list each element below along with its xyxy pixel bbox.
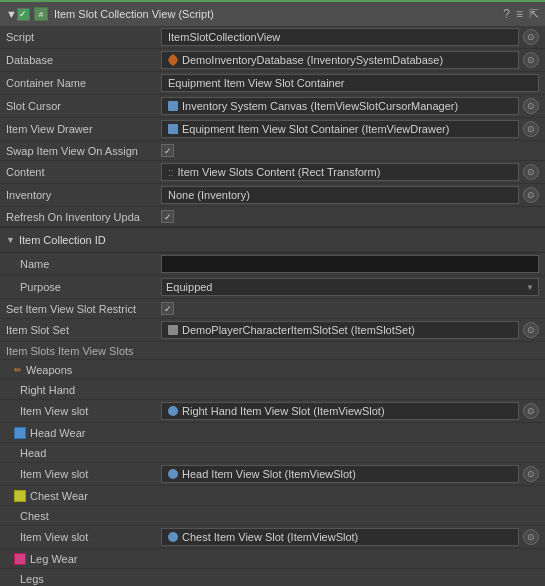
slot-cursor-row: Slot Cursor Inventory System Canvas (Ite… bbox=[0, 95, 545, 118]
purpose-select[interactable]: Equipped ▼ bbox=[161, 278, 539, 296]
legs-color-swatch bbox=[14, 553, 26, 565]
inventory-box[interactable]: None (Inventory) bbox=[161, 186, 519, 204]
purpose-label: Purpose bbox=[6, 281, 161, 293]
cursor-icon bbox=[168, 101, 178, 111]
right-hand-slot-btn[interactable]: ⊙ bbox=[523, 403, 539, 419]
set-item-view-value: ✓ bbox=[161, 302, 539, 315]
head-item-view-label: Item View slot bbox=[6, 468, 161, 480]
right-hand-item-view-text: Right Hand Item View Slot (ItemViewSlot) bbox=[182, 405, 385, 417]
head-item-view-box[interactable]: Head Item View Slot (ItemViewSlot) bbox=[161, 465, 519, 483]
item-slot-set-box[interactable]: DemoPlayerCharacterItemSlotSet (ItemSlot… bbox=[161, 321, 519, 339]
slot-cursor-box[interactable]: Inventory System Canvas (ItemViewSlotCur… bbox=[161, 97, 519, 115]
database-label: Database bbox=[6, 54, 161, 66]
script-select-btn[interactable]: ⊙ bbox=[523, 29, 539, 45]
swap-item-row: Swap Item View On Assign ✓ bbox=[0, 141, 545, 161]
swap-item-label: Swap Item View On Assign bbox=[6, 145, 161, 157]
right-hand-label-row: Right Hand bbox=[0, 380, 545, 400]
item-slot-set-row: Item Slot Set DemoPlayerCharacterItemSlo… bbox=[0, 319, 545, 342]
legs-label-row: Legs bbox=[0, 569, 545, 586]
chest-color-swatch bbox=[14, 490, 26, 502]
head-slot-icon bbox=[168, 469, 178, 479]
purpose-value: Equipped ▼ bbox=[161, 278, 539, 296]
script-text: ItemSlotCollectionView bbox=[168, 31, 280, 43]
refresh-row: Refresh On Inventory Upda ✓ bbox=[0, 207, 545, 227]
right-hand-name: Weapons bbox=[26, 364, 72, 376]
set-item-view-label: Set Item View Slot Restrict bbox=[6, 303, 161, 315]
inventory-select-btn[interactable]: ⊙ bbox=[523, 187, 539, 203]
database-value: DemoInventoryDatabase (InventorySystemDa… bbox=[161, 51, 539, 69]
inventory-text: None (Inventory) bbox=[168, 189, 250, 201]
content-text: Item View Slots Content (Rect Transform) bbox=[178, 166, 381, 178]
script-value-box[interactable]: ItemSlotCollectionView bbox=[161, 28, 519, 46]
item-view-drawer-text: Equipment Item View Slot Container (Item… bbox=[182, 123, 449, 135]
swap-item-checkbox[interactable]: ✓ bbox=[161, 144, 174, 157]
refresh-checkbox[interactable]: ✓ bbox=[161, 210, 174, 223]
chest-slot-btn[interactable]: ⊙ bbox=[523, 529, 539, 545]
item-view-drawer-label: Item View Drawer bbox=[6, 123, 161, 135]
inventory-row: Inventory None (Inventory) ⊙ bbox=[0, 184, 545, 207]
script-icon: # bbox=[34, 7, 48, 21]
content-select-btn[interactable]: ⊙ bbox=[523, 164, 539, 180]
expand-icon[interactable]: ⇱ bbox=[529, 7, 539, 21]
head-group-header: Head Wear bbox=[0, 423, 545, 443]
right-hand-item-view-value: Right Hand Item View Slot (ItemViewSlot)… bbox=[161, 402, 539, 420]
item-collection-id-header[interactable]: ▼ Item Collection ID bbox=[0, 227, 545, 253]
slot-cursor-value: Inventory System Canvas (ItemViewSlotCur… bbox=[161, 97, 539, 115]
container-name-label: Container Name bbox=[6, 77, 161, 89]
head-label: Head bbox=[6, 447, 161, 459]
help-icon[interactable]: ? bbox=[503, 7, 510, 21]
dots-icon: :: bbox=[168, 167, 174, 178]
drawer-select-btn[interactable]: ⊙ bbox=[523, 121, 539, 137]
inventory-label: Inventory bbox=[6, 189, 161, 201]
purpose-dropdown-arrow: ▼ bbox=[526, 283, 534, 292]
content-row: Content :: Item View Slots Content (Rect… bbox=[0, 161, 545, 184]
database-select-btn[interactable]: ⊙ bbox=[523, 52, 539, 68]
panel: ▼ ✓ # Item Slot Collection View (Script)… bbox=[0, 0, 545, 586]
right-hand-label: Right Hand bbox=[6, 384, 161, 396]
legs-name: Leg Wear bbox=[30, 553, 78, 565]
script-value: ItemSlotCollectionView ⊙ bbox=[161, 28, 539, 46]
name-row: Name bbox=[0, 253, 545, 276]
head-name: Head Wear bbox=[30, 427, 85, 439]
chest-item-view-box[interactable]: Chest Item View Slot (ItemViewSlot) bbox=[161, 528, 519, 546]
name-label: Name bbox=[6, 258, 161, 270]
swap-item-value: ✓ bbox=[161, 144, 539, 157]
right-hand-group-header: ✏ Weapons bbox=[0, 360, 545, 380]
item-slot-set-btn[interactable]: ⊙ bbox=[523, 322, 539, 338]
database-value-box[interactable]: DemoInventoryDatabase (InventorySystemDa… bbox=[161, 51, 519, 69]
chest-label-row: Chest bbox=[0, 506, 545, 526]
item-slot-set-value: DemoPlayerCharacterItemSlotSet (ItemSlot… bbox=[161, 321, 539, 339]
right-hand-item-view-box[interactable]: Right Hand Item View Slot (ItemViewSlot) bbox=[161, 402, 519, 420]
enable-checkbox[interactable]: ✓ bbox=[17, 8, 30, 21]
content-value: :: Item View Slots Content (Rect Transfo… bbox=[161, 163, 539, 181]
refresh-label: Refresh On Inventory Upda bbox=[6, 211, 161, 223]
item-slot-set-text: DemoPlayerCharacterItemSlotSet (ItemSlot… bbox=[182, 324, 415, 336]
right-hand-slot-icon bbox=[168, 406, 178, 416]
name-input[interactable] bbox=[161, 255, 539, 273]
refresh-value: ✓ bbox=[161, 210, 539, 223]
head-item-view-row: Item View slot Head Item View Slot (Item… bbox=[0, 463, 545, 486]
chest-name: Chest Wear bbox=[30, 490, 88, 502]
list-icon bbox=[168, 325, 178, 335]
purpose-text: Equipped bbox=[166, 281, 213, 293]
slot-cursor-select-btn[interactable]: ⊙ bbox=[523, 98, 539, 114]
right-hand-pencil: ✏ bbox=[14, 365, 22, 375]
chest-slot-icon bbox=[168, 532, 178, 542]
chest-item-view-value: Chest Item View Slot (ItemViewSlot) ⊙ bbox=[161, 528, 539, 546]
database-row: Database DemoInventoryDatabase (Inventor… bbox=[0, 49, 545, 72]
head-item-view-value: Head Item View Slot (ItemViewSlot) ⊙ bbox=[161, 465, 539, 483]
head-slot-btn[interactable]: ⊙ bbox=[523, 466, 539, 482]
set-item-view-checkbox[interactable]: ✓ bbox=[161, 302, 174, 315]
item-collection-id-label: Item Collection ID bbox=[19, 234, 106, 246]
chest-item-view-label: Item View slot bbox=[6, 531, 161, 543]
right-hand-item-view-row: Item View slot Right Hand Item View Slot… bbox=[0, 400, 545, 423]
name-value bbox=[161, 255, 539, 273]
item-slots-label: Item Slots Item View Slots bbox=[0, 342, 545, 360]
slot-cursor-label: Slot Cursor bbox=[6, 100, 161, 112]
menu-icon[interactable]: ≡ bbox=[516, 7, 523, 21]
main-section-header[interactable]: ▼ ✓ # Item Slot Collection View (Script)… bbox=[0, 0, 545, 26]
content-box[interactable]: :: Item View Slots Content (Rect Transfo… bbox=[161, 163, 519, 181]
chest-label: Chest bbox=[6, 510, 161, 522]
item-view-drawer-box[interactable]: Equipment Item View Slot Container (Item… bbox=[161, 120, 519, 138]
container-name-box[interactable]: Equipment Item View Slot Container bbox=[161, 74, 539, 92]
